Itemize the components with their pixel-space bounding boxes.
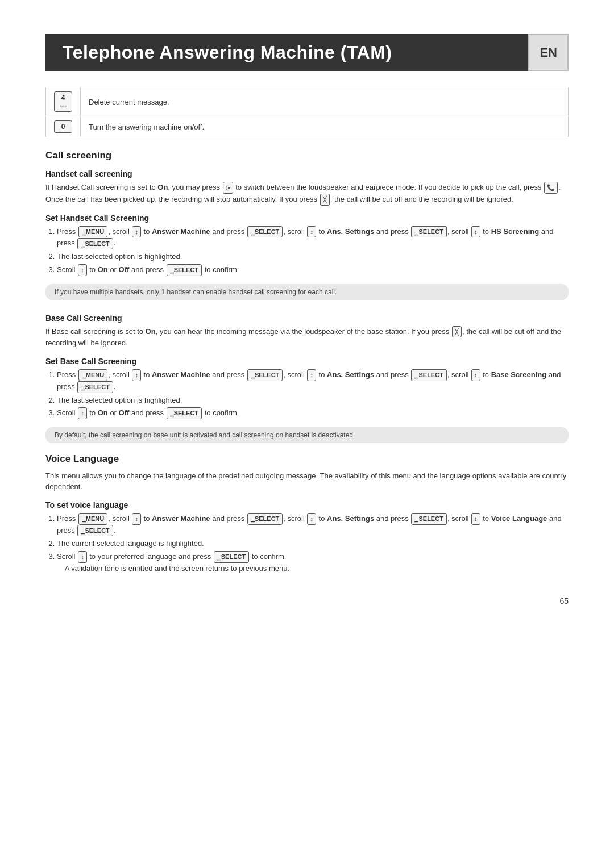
handset-call-screening-subtitle: Handset call screening	[45, 169, 569, 178]
list-item: The current selected language is highlig…	[57, 538, 569, 549]
select-btn-4: ⎯ SELECT	[167, 264, 202, 276]
select-btn-v3: ⎯ SELECT	[77, 525, 113, 537]
list-item: Press ⎯ MENU, scroll ↕ to Answer Machine…	[57, 226, 569, 250]
endcall-icon-2: ╳	[452, 326, 462, 338]
scroll-icon-1: ↕	[132, 226, 141, 238]
select-btn-v1: ⎯ SELECT	[247, 513, 283, 525]
table-row: 4 — Delete current message.	[46, 87, 569, 116]
select-btn-b2: ⎯ SELECT	[411, 369, 446, 381]
set-base-call-screening-title: Set Base Call Screening	[45, 357, 569, 366]
pickup-icon: 📞	[544, 182, 558, 194]
page-title: Telephone Answering Machine (TAM)	[45, 34, 528, 71]
select-btn-v2: ⎯ SELECT	[411, 513, 446, 525]
menu-btn-b: ⎯ MENU	[78, 369, 107, 381]
select-btn-b4: ⎯ SELECT	[167, 407, 202, 419]
scroll-icon-v2: ↕	[307, 513, 316, 525]
list-item: Scroll ↕ to On or Off and press ⎯ SELECT…	[57, 407, 569, 419]
list-item: Press ⎯ MENU, scroll ↕ to Answer Machine…	[57, 369, 569, 393]
select-btn-2: ⎯ SELECT	[411, 226, 446, 238]
base-note: By default, the call screening on base u…	[45, 427, 569, 443]
select-btn-b1: ⎯ SELECT	[247, 369, 283, 381]
list-item: Scroll ↕ to On or Off and press ⎯ SELECT…	[57, 264, 569, 276]
voice-language-section: Voice Language This menu allows you to c…	[45, 453, 569, 574]
language-badge: EN	[528, 34, 569, 71]
scroll-icon-v1: ↕	[132, 513, 141, 525]
menu-btn-v: ⎯ MENU	[78, 513, 107, 525]
scroll-icon-4: ↕	[78, 264, 87, 276]
call-screening-section: Call screening Handset call screening If…	[45, 150, 569, 449]
header-bar: Telephone Answering Machine (TAM) EN	[45, 34, 569, 71]
set-handset-call-screening-title: Set Handset Call Screening	[45, 214, 569, 223]
key-cell-1: 4 —	[46, 87, 81, 116]
voice-language-title: Voice Language	[45, 453, 569, 465]
select-btn-1: ⎯ SELECT	[247, 226, 283, 238]
page-number: 65	[45, 596, 569, 606]
list-item: The last selected option is highlighted.	[57, 395, 569, 406]
loudspeaker-icon: 〈▪	[223, 182, 233, 194]
list-item: The last selected option is highlighted.	[57, 251, 569, 262]
handset-note: If you have multiple handsets, only 1 ha…	[45, 284, 569, 300]
select-btn-b3: ⎯ SELECT	[77, 381, 113, 393]
scroll-icon-b2: ↕	[307, 369, 316, 381]
key-desc-2: Turn the answering machine on/off.	[81, 116, 569, 137]
scroll-icon-2: ↕	[307, 226, 316, 238]
scroll-icon-b1: ↕	[132, 369, 141, 381]
scroll-icon-v3: ↕	[471, 513, 480, 525]
endcall-icon: ╳	[320, 194, 330, 206]
select-btn-3: ⎯ SELECT	[77, 238, 113, 250]
key-cell-2: 0	[46, 116, 81, 137]
scroll-icon-b3: ↕	[471, 369, 480, 381]
set-voice-language-title: To set voice language	[45, 500, 569, 510]
key-4-btn: 4 —	[54, 91, 72, 112]
base-call-screening-body: If Base call screening is set to On, you…	[45, 326, 569, 349]
menu-btn: ⎯ MENU	[78, 226, 107, 238]
handset-call-screening-body: If Handset Call screening is set to On, …	[45, 182, 569, 206]
key-0-btn: 0	[54, 120, 72, 133]
scroll-icon-3: ↕	[471, 226, 480, 238]
handset-steps-list: Press ⎯ MENU, scroll ↕ to Answer Machine…	[57, 226, 569, 276]
base-steps-list: Press ⎯ MENU, scroll ↕ to Answer Machine…	[57, 369, 569, 419]
scroll-icon-b4: ↕	[78, 407, 87, 419]
list-item: Scroll ↕ to your preferred language and …	[57, 551, 569, 574]
list-item: Press ⎯ MENU, scroll ↕ to Answer Machine…	[57, 513, 569, 537]
voice-language-body: This menu allows you to change the langu…	[45, 470, 569, 493]
select-btn-v4: ⎯ SELECT	[214, 551, 249, 563]
call-screening-title: Call screening	[45, 150, 569, 161]
table-row: 0 Turn the answering machine on/off.	[46, 116, 569, 137]
scroll-icon-v4: ↕	[78, 551, 87, 563]
base-call-screening-subtitle: Base Call Screening	[45, 314, 569, 323]
key-desc-1: Delete current message.	[81, 87, 569, 116]
voice-language-steps-list: Press ⎯ MENU, scroll ↕ to Answer Machine…	[57, 513, 569, 574]
key-table: 4 — Delete current message. 0 Turn the a…	[45, 87, 569, 137]
